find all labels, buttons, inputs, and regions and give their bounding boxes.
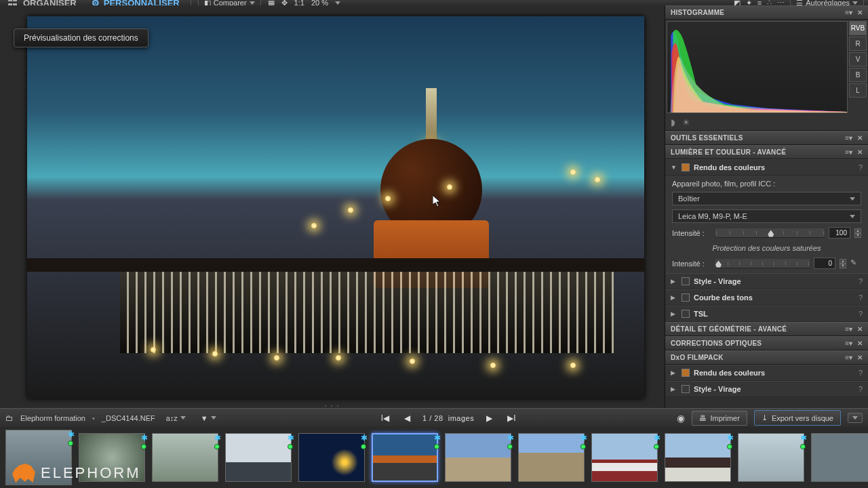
panel-menu-icon[interactable]: ≡▾ xyxy=(845,325,852,333)
sub-style-header[interactable]: ▶ Style - Virage ? xyxy=(665,273,868,289)
nav-first-icon[interactable]: I◀ xyxy=(378,412,392,424)
grid-tool-icon[interactable]: ▦ xyxy=(268,0,275,5)
disclosure-right-icon[interactable]: ▶ xyxy=(671,369,677,376)
status-dot-icon xyxy=(68,441,73,446)
mode-organize[interactable]: ORGANISER xyxy=(4,0,81,5)
panel-histogram-header[interactable]: HISTOGRAMME ≡▾✕ xyxy=(665,5,868,20)
histo-tab-l[interactable]: L xyxy=(849,83,867,98)
enable-checkbox[interactable] xyxy=(682,277,690,285)
panel-menu-icon[interactable]: ≡▾ xyxy=(845,148,852,156)
sub-tsl-header[interactable]: ▶ TSL ? xyxy=(665,306,868,322)
thumbnail[interactable] xyxy=(810,432,868,483)
panel-menu-icon[interactable]: ≡▾ xyxy=(845,340,852,347)
panel-essentials-header[interactable]: OUTILS ESSENTIELS ≡▾✕ xyxy=(665,131,868,145)
intensity2-slider[interactable] xyxy=(715,259,810,268)
export-menu-button[interactable] xyxy=(848,413,863,423)
mode-customize[interactable]: ⚙ PERSONNALISER xyxy=(87,0,184,5)
panel-close-icon[interactable]: ✕ xyxy=(857,354,863,361)
sub-curve-header[interactable]: ▶ Courbe des tons ? xyxy=(665,289,868,306)
disclosure-down-icon[interactable]: ▼ xyxy=(671,164,677,171)
more-icon[interactable]: ⋯ xyxy=(777,0,785,5)
thumbnail-selected[interactable]: ✱ xyxy=(370,432,439,483)
panel-close-icon[interactable]: ✕ xyxy=(857,148,863,156)
filmstrip: ✱ ✱ ✱ ✱ ✱ ✱ ✱ ✱ ✱ ✱ ✱ ELEPHORM xyxy=(0,427,868,488)
intensity-slider[interactable] xyxy=(715,228,825,238)
histo-tab-r[interactable]: R xyxy=(849,37,867,51)
compare-button[interactable]: ◧ Comparer xyxy=(198,0,261,5)
enable-checkbox[interactable] xyxy=(682,369,690,377)
nav-last-icon[interactable]: ▶I xyxy=(505,412,518,424)
highlight-clip-icon[interactable]: ☀ xyxy=(682,117,690,127)
intensity-spinner[interactable]: ▲▼ xyxy=(854,228,861,238)
help-icon[interactable]: ? xyxy=(859,293,863,302)
disclosure-right-icon[interactable]: ▶ xyxy=(671,294,677,301)
thumbnail[interactable]: ✱ xyxy=(151,432,220,483)
panel-lightcolor-header[interactable]: LUMIÈRE ET COULEUR - AVANCÉ ≡▾✕ xyxy=(665,145,868,159)
histo-tab-b[interactable]: B xyxy=(849,68,867,82)
panel-optical-header[interactable]: CORRECTIONS OPTIQUES ≡▾✕ xyxy=(665,336,868,350)
panel-gripper[interactable]: • • • xyxy=(0,403,665,408)
panel-menu-icon[interactable]: ≡▾ xyxy=(845,134,852,142)
enable-checkbox[interactable] xyxy=(682,293,690,302)
zoom-percent[interactable]: 20 % xyxy=(311,0,328,5)
panel-menu-icon[interactable]: ≡▾ xyxy=(845,354,852,361)
thumbnail[interactable]: ✱ xyxy=(590,432,659,483)
histo-tab-rvb[interactable]: RVB xyxy=(849,21,867,35)
disclosure-right-icon[interactable]: ▶ xyxy=(671,310,677,317)
histogram-canvas[interactable] xyxy=(667,21,848,113)
thumbnail[interactable]: ✱ xyxy=(736,432,806,483)
shadow-clip-icon[interactable]: ◗ xyxy=(671,117,675,127)
help-icon[interactable]: ? xyxy=(859,369,863,377)
panel-filmpack-header[interactable]: DxO FILMPACK ≡▾✕ xyxy=(665,350,868,365)
help-icon[interactable]: ? xyxy=(859,277,863,285)
help-icon[interactable]: ? xyxy=(859,385,863,393)
print-button[interactable]: 🖶 Imprimer xyxy=(692,411,747,426)
nav-next-icon[interactable]: ▶ xyxy=(484,412,495,424)
thumbnail[interactable]: ✱ xyxy=(297,432,366,483)
panel-menu-icon[interactable]: ≡▾ xyxy=(845,9,852,16)
move-tool-icon[interactable]: ✥ xyxy=(281,0,288,5)
profile-dropdown[interactable]: Boîtier xyxy=(672,192,861,205)
thumbnail[interactable]: ✱ xyxy=(224,432,293,483)
preview-canvas[interactable] xyxy=(27,16,644,399)
zoom-ratio[interactable]: 1:1 xyxy=(294,0,304,5)
disclosure-right-icon[interactable]: ▶ xyxy=(671,386,677,392)
intensity2-value[interactable]: 0 xyxy=(814,258,835,269)
eyedropper-icon[interactable]: ✎ xyxy=(850,258,861,269)
help-icon[interactable]: ? xyxy=(859,163,863,171)
folder-name[interactable]: Elephorm formation xyxy=(20,414,85,422)
levels-icon[interactable]: ≡ xyxy=(757,0,762,5)
thumbnail[interactable]: ✱ xyxy=(443,432,513,483)
filter-button[interactable]: ▼ xyxy=(197,412,220,424)
panel-close-icon[interactable]: ✕ xyxy=(857,9,863,16)
nav-prev-icon[interactable]: ◀ xyxy=(401,412,413,424)
panel-close-icon[interactable]: ✕ xyxy=(857,340,863,347)
histo-tab-v[interactable]: V xyxy=(849,52,867,66)
enable-checkbox[interactable] xyxy=(682,310,690,318)
intensity2-spinner[interactable]: ▲▼ xyxy=(840,259,846,268)
dust-icon[interactable]: ∴ xyxy=(767,0,772,5)
file-name[interactable]: _DSC4144.NEF xyxy=(102,414,155,422)
panel-detail-header[interactable]: DÉTAIL ET GÉOMÉTRIE - AVANCÉ ≡▾✕ xyxy=(665,322,868,336)
panel-close-icon[interactable]: ✕ xyxy=(857,134,863,142)
sub-fp-style-header[interactable]: ▶ Style - Virage ? xyxy=(665,381,868,397)
panel-close-icon[interactable]: ✕ xyxy=(857,325,863,333)
autosettings-button[interactable]: ☰ Autoréglages xyxy=(790,0,864,5)
crop-icon[interactable]: ◩ xyxy=(734,0,741,5)
enable-checkbox[interactable] xyxy=(682,385,690,393)
sub-rendu-header[interactable]: ▼ Rendu des couleurs ? xyxy=(665,159,868,176)
intensity-value[interactable]: 100 xyxy=(829,227,850,239)
enable-checkbox[interactable] xyxy=(682,163,690,171)
camera-dropdown[interactable]: Leica M9, M9-P, M-E xyxy=(672,209,861,223)
process-icon[interactable]: ◉ xyxy=(677,413,685,424)
help-icon[interactable]: ? xyxy=(859,310,863,318)
wand-icon[interactable]: ✦ xyxy=(746,0,752,5)
disclosure-right-icon[interactable]: ▶ xyxy=(671,278,677,285)
sort-button[interactable]: a↕z xyxy=(162,412,190,424)
thumbnail[interactable]: ✱ xyxy=(517,432,586,483)
chevron-down-icon[interactable] xyxy=(335,1,340,5)
sub-fp-rendu-header[interactable]: ▶ Rendu des couleurs ? xyxy=(665,365,868,381)
sliders-icon: ⚙ xyxy=(92,0,100,5)
export-button[interactable]: ⤓ Export vers disque xyxy=(754,410,841,426)
thumbnail[interactable]: ✱ xyxy=(663,432,732,483)
